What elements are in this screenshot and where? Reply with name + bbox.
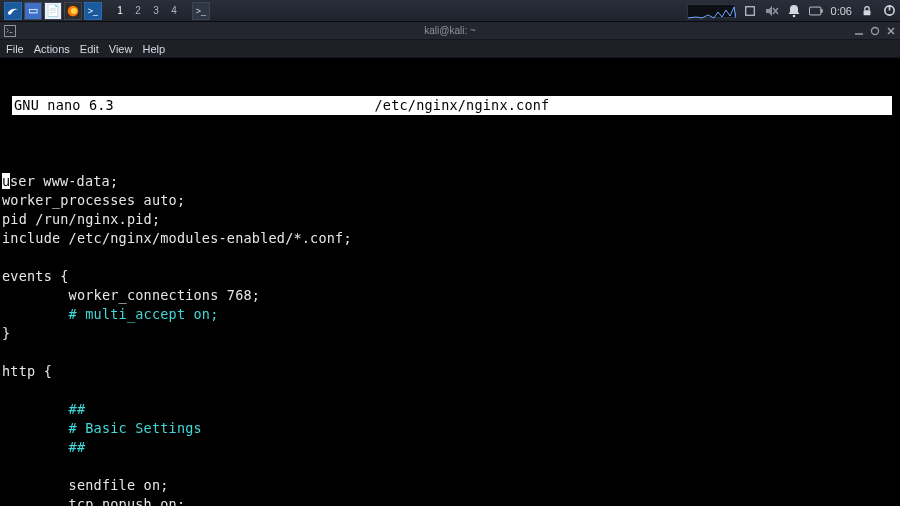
svg-point-13 bbox=[872, 27, 879, 34]
editor-line bbox=[2, 381, 900, 400]
window-maximize-button[interactable] bbox=[870, 26, 880, 36]
editor-line bbox=[2, 457, 900, 476]
nano-filename: /etc/nginx/nginx.conf bbox=[114, 96, 810, 115]
taskbar-item-terminal2[interactable]: >_ bbox=[192, 2, 210, 20]
editor-line: events { bbox=[2, 267, 900, 286]
svg-rect-6 bbox=[809, 7, 820, 15]
battery-icon[interactable] bbox=[809, 4, 823, 18]
taskbar-item-firefox[interactable] bbox=[64, 2, 82, 20]
workspace-2[interactable]: 2 bbox=[131, 3, 145, 19]
window-titlebar[interactable]: kali@kali: ~ bbox=[0, 22, 900, 40]
power-icon[interactable] bbox=[882, 4, 896, 18]
window-title: kali@kali: ~ bbox=[424, 25, 476, 36]
cpu-graph bbox=[687, 4, 735, 18]
editor-line bbox=[2, 343, 900, 362]
editor-line: user www-data; bbox=[2, 172, 900, 191]
workspace-4[interactable]: 4 bbox=[167, 3, 181, 19]
terminal-viewport[interactable]: GNU nano 6.3 /etc/nginx/nginx.conf user … bbox=[0, 58, 900, 506]
editor-line: # multi_accept on; bbox=[2, 305, 900, 324]
nano-titlebar: GNU nano 6.3 /etc/nginx/nginx.conf bbox=[12, 96, 892, 115]
panel-right: 0:06 bbox=[687, 4, 896, 18]
window-minimize-button[interactable] bbox=[854, 26, 864, 36]
editor-line: sendfile on; bbox=[2, 476, 900, 495]
svg-rect-11 bbox=[5, 25, 16, 36]
svg-rect-2 bbox=[745, 6, 754, 15]
menu-help[interactable]: Help bbox=[142, 43, 165, 55]
system-panel: ▭ 📄 >_ 1 2 3 4 >_ 0:06 bbox=[0, 0, 900, 22]
lock-icon[interactable] bbox=[860, 4, 874, 18]
svg-rect-7 bbox=[821, 9, 822, 13]
editor-line bbox=[2, 248, 900, 267]
editor-line: ## bbox=[2, 438, 900, 457]
editor-line: worker_processes auto; bbox=[2, 191, 900, 210]
cursor: u bbox=[2, 173, 10, 189]
workspace-1[interactable]: 1 bbox=[113, 3, 127, 19]
volume-muted-icon[interactable] bbox=[765, 4, 779, 18]
editor-line: http { bbox=[2, 362, 900, 381]
notifications-icon[interactable] bbox=[787, 4, 801, 18]
clock[interactable]: 0:06 bbox=[831, 5, 852, 17]
tray-square-icon[interactable] bbox=[743, 4, 757, 18]
menu-edit[interactable]: Edit bbox=[80, 43, 99, 55]
panel-left: ▭ 📄 >_ 1 2 3 4 >_ bbox=[4, 2, 210, 20]
editor-line: ## bbox=[2, 400, 900, 419]
nano-app-name: GNU nano 6.3 bbox=[14, 96, 114, 115]
app-launcher-kali[interactable] bbox=[4, 2, 22, 20]
taskbar-item-terminal[interactable]: >_ bbox=[84, 2, 102, 20]
editor-line: include /etc/nginx/modules-enabled/*.con… bbox=[2, 229, 900, 248]
window-close-button[interactable] bbox=[886, 26, 896, 36]
menu-view[interactable]: View bbox=[109, 43, 133, 55]
svg-point-1 bbox=[71, 7, 77, 13]
editor-line: pid /run/nginx.pid; bbox=[2, 210, 900, 229]
svg-point-5 bbox=[792, 14, 795, 17]
nano-editor-area[interactable]: user www-data;worker_processes auto;pid … bbox=[0, 172, 900, 506]
menu-actions[interactable]: Actions bbox=[34, 43, 70, 55]
menu-file[interactable]: File bbox=[6, 43, 24, 55]
terminal-app-icon bbox=[4, 25, 16, 37]
editor-line: # Basic Settings bbox=[2, 419, 900, 438]
editor-line: worker_connections 768; bbox=[2, 286, 900, 305]
editor-line: } bbox=[2, 324, 900, 343]
workspace-3[interactable]: 3 bbox=[149, 3, 163, 19]
taskbar-item-files[interactable]: ▭ bbox=[24, 2, 42, 20]
taskbar-item-folder[interactable]: 📄 bbox=[44, 2, 62, 20]
svg-rect-8 bbox=[864, 10, 871, 15]
terminal-menubar: File Actions Edit View Help bbox=[0, 40, 900, 58]
editor-line: tcp_nopush on; bbox=[2, 495, 900, 506]
